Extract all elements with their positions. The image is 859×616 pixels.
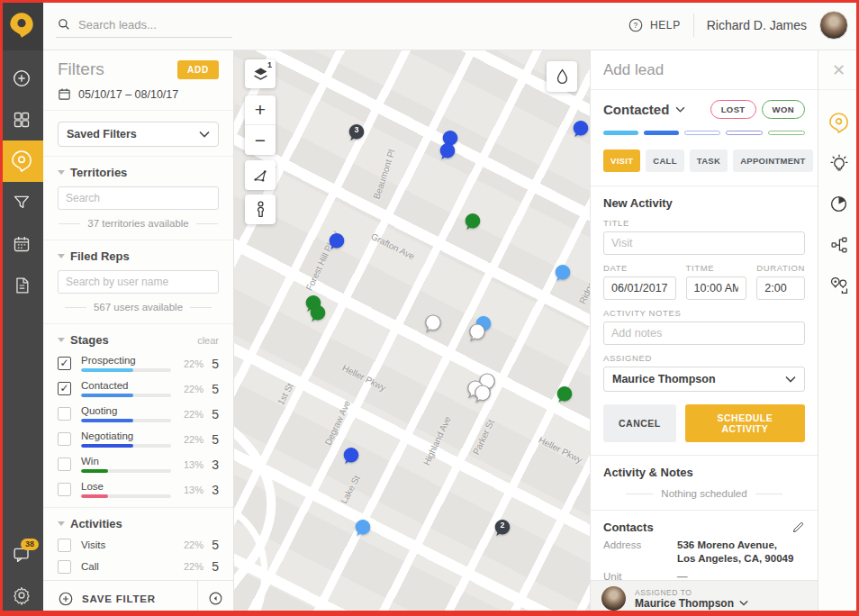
map-pin-blue[interactable]	[329, 232, 345, 250]
plus-circle-icon	[58, 591, 74, 607]
assigned-to-select[interactable]: Maurice Thompson	[635, 597, 748, 610]
activity-title-input[interactable]	[603, 231, 805, 255]
assigned-select[interactable]: Maurice Thompson	[603, 367, 805, 392]
stage-percent: 13%	[176, 459, 203, 470]
pencil-edit-icon[interactable]	[791, 521, 805, 534]
caret-icon	[58, 338, 65, 342]
stage-segment[interactable]	[684, 131, 721, 135]
stage-checkbox[interactable]	[58, 357, 71, 370]
sidebar-item-filter[interactable]	[0, 182, 43, 223]
tool-multi-pin-select-button[interactable]	[818, 265, 859, 305]
close-panel-button[interactable]: ✕	[818, 50, 859, 90]
tool-hierarchy-button[interactable]	[818, 224, 859, 265]
map-pin-lightblue[interactable]	[555, 264, 571, 282]
map-pin-green[interactable]	[556, 385, 573, 403]
territories-available-text: 37 territories available	[58, 218, 219, 229]
stage-segment[interactable]	[726, 131, 763, 135]
heatmap-droplet-button[interactable]	[547, 61, 577, 92]
sidebar-item-settings[interactable]	[0, 575, 43, 616]
won-button[interactable]: WON	[762, 100, 805, 119]
sidebar-item-reports[interactable]	[0, 265, 43, 306]
filed-reps-section-header[interactable]: Filed Reps	[58, 249, 219, 263]
activity-date-input[interactable]	[603, 276, 676, 300]
lost-button[interactable]: LOST	[710, 100, 756, 119]
stage-checkbox[interactable]	[58, 457, 71, 471]
map-pin-blue[interactable]	[343, 447, 359, 465]
activity-duration-input[interactable]	[756, 276, 805, 300]
map-pin-white[interactable]	[425, 314, 441, 332]
sidebar-item-calendar[interactable]	[0, 223, 43, 265]
territories-search-input[interactable]	[58, 186, 219, 210]
collapse-panel-button[interactable]	[197, 581, 233, 616]
lead-search[interactable]	[56, 12, 232, 38]
activity-checkbox[interactable]	[58, 560, 71, 574]
activity-notes-title: Activity & Notes	[603, 466, 805, 479]
activity-notes-input[interactable]	[603, 322, 805, 345]
caret-icon	[58, 170, 65, 175]
stage-checkbox[interactable]	[58, 432, 71, 446]
stage-segment[interactable]	[603, 131, 638, 135]
stage-row: Win 13% 3	[58, 456, 219, 473]
hierarchy-icon	[830, 236, 848, 254]
tab-task[interactable]: TASK	[690, 149, 728, 172]
map-pin-green[interactable]	[310, 304, 326, 322]
stage-checkbox[interactable]	[58, 382, 71, 395]
draw-polygon-button[interactable]	[245, 160, 276, 190]
stage-count: 5	[203, 407, 219, 421]
save-filter-button[interactable]: SAVE FILTER	[43, 581, 197, 616]
territories-section-header[interactable]: Territories	[58, 166, 219, 179]
date-range-value: 05/10/17 – 08/10/17	[78, 88, 178, 101]
map-pin-green[interactable]	[465, 213, 481, 231]
date-range-picker[interactable]: 05/10/17 – 08/10/17	[58, 87, 219, 101]
sidebar-item-dashboard[interactable]	[0, 99, 43, 140]
add-filter-button[interactable]: ADD	[177, 60, 219, 79]
stage-checkbox[interactable]	[58, 407, 71, 421]
activity-time-input[interactable]	[686, 276, 747, 300]
user-avatar[interactable]	[819, 11, 848, 40]
stages-clear-button[interactable]: clear	[197, 335, 219, 346]
stage-segment[interactable]	[644, 131, 679, 135]
search-input[interactable]	[78, 18, 231, 32]
filed-reps-search-input[interactable]	[58, 270, 219, 294]
sidebar-item-add[interactable]	[0, 58, 43, 99]
map-pin-blue[interactable]	[573, 120, 589, 138]
map-pin-white[interactable]	[469, 323, 485, 341]
map-canvas[interactable]: Beaumont PlGrafton AveForest Hill PkwyRi…	[234, 50, 590, 616]
sidebar-item-map[interactable]	[0, 140, 43, 182]
map-pin-dark[interactable]: 3	[348, 123, 365, 141]
street-view-button[interactable]	[245, 195, 276, 224]
saved-filters-select[interactable]: Saved Filters	[58, 122, 219, 147]
tab-visit[interactable]: VISIT	[603, 149, 640, 172]
activity-checkbox[interactable]	[58, 539, 71, 552]
user-name[interactable]: Richard D. James	[707, 18, 807, 32]
stage-segment[interactable]	[768, 131, 805, 135]
contacts-title: Contacts	[603, 521, 654, 534]
stage-label: Contacted	[81, 380, 171, 391]
assigned-to-bar: ASSIGNED TO Maurice Thompson	[591, 580, 818, 616]
stages-section-header[interactable]: Stages	[58, 333, 109, 347]
map-pin-dark[interactable]: 2	[494, 519, 511, 537]
activities-section-header[interactable]: Activities	[58, 517, 219, 530]
map-pin-white[interactable]	[475, 385, 491, 403]
tool-insights-button[interactable]	[818, 143, 859, 184]
layers-button[interactable]: 1	[245, 59, 276, 88]
stage-checkbox[interactable]	[58, 483, 71, 496]
lead-stage-select[interactable]: Contacted	[603, 102, 685, 117]
sidebar-item-messages[interactable]: 38	[0, 533, 43, 575]
polygon-lasso-icon	[252, 168, 268, 184]
tab-call[interactable]: CALL	[646, 149, 684, 172]
zoom-out-button[interactable]: −	[245, 125, 276, 155]
schedule-activity-button[interactable]: SCHEDULE ACTIVITY	[685, 404, 805, 442]
tool-lead-pin-button[interactable]	[818, 103, 859, 143]
tool-charts-button[interactable]	[818, 184, 859, 224]
help-button[interactable]: ? HELP	[628, 17, 681, 33]
stage-percent: 22%	[176, 384, 203, 394]
map-pin-lightblue[interactable]	[355, 519, 371, 537]
topbar-divider	[693, 14, 694, 37]
tab-appointment[interactable]: APPOINTMENT	[733, 149, 812, 172]
assignee-avatar[interactable]	[601, 586, 626, 611]
map-pin-blue[interactable]	[439, 142, 456, 160]
zoom-in-button[interactable]: +	[245, 95, 276, 125]
cancel-button[interactable]: CANCEL	[603, 404, 676, 442]
app-logo[interactable]	[0, 0, 43, 50]
